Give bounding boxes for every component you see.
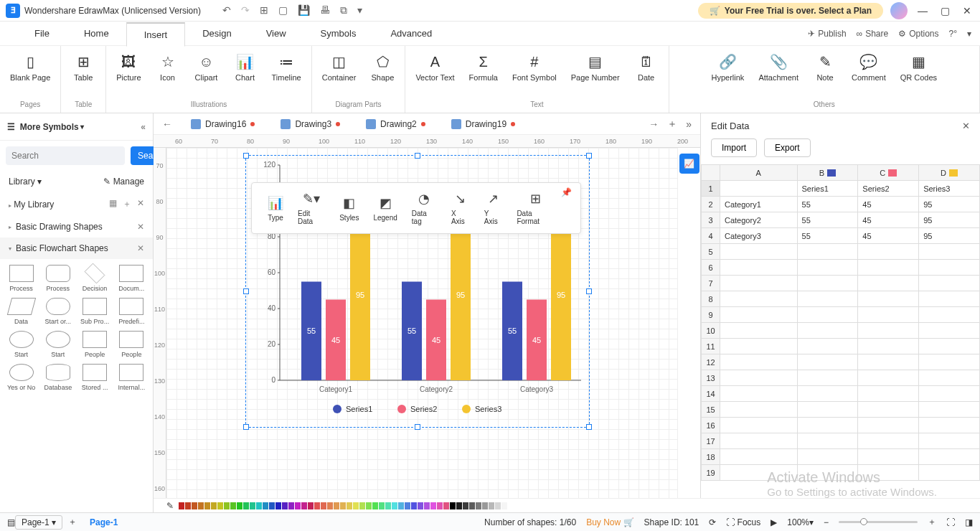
collapse-icon[interactable]: ▾	[967, 29, 971, 39]
export-button[interactable]: Export	[764, 138, 811, 157]
tab-symbols[interactable]: Symbols	[303, 22, 374, 44]
shape-palette-item[interactable]: Process	[42, 265, 73, 292]
redo-icon[interactable]: ↷	[241, 4, 250, 17]
shape-button[interactable]: ⬠Shape	[366, 50, 399, 85]
close-icon[interactable]: ✕	[137, 198, 144, 210]
container-button[interactable]: ◫Container	[318, 50, 361, 85]
panels-icon[interactable]: ◨	[965, 517, 973, 527]
tab-add-icon[interactable]: ＋	[664, 118, 680, 131]
plus-icon[interactable]: ＋	[123, 198, 131, 210]
chart-panel-icon[interactable]: 📈	[679, 154, 699, 174]
tab-advanced[interactable]: Advanced	[373, 22, 449, 44]
zoom-out-icon[interactable]: −	[824, 517, 829, 527]
shape-palette-item[interactable]: Data	[6, 298, 37, 325]
zoom-slider[interactable]	[839, 521, 918, 523]
trial-banner[interactable]: 🛒 Your Free Trial is over. Select a Plan	[698, 3, 883, 19]
page-selector[interactable]: Page-1 ▾	[15, 515, 62, 530]
avatar[interactable]	[890, 2, 908, 19]
comment-button[interactable]: 💬Comment	[847, 50, 890, 85]
tab-next-icon[interactable]: →	[646, 118, 661, 130]
attachment-button[interactable]: 📎Attachment	[754, 50, 803, 85]
page-number-button[interactable]: ▤Page Number	[567, 50, 624, 85]
basic-drawing-item[interactable]: ▸Basic Drawing Shapes✕	[0, 216, 153, 238]
table-button[interactable]: ⊞Table	[67, 50, 100, 85]
blank-page-button[interactable]: ▯Blank Page	[6, 50, 55, 85]
shape-palette-item[interactable]: Docum...	[116, 265, 147, 292]
sidebar-collapse-icon[interactable]: «	[141, 122, 146, 132]
document-tab[interactable]: Drawing2	[353, 113, 438, 134]
dropdown-icon[interactable]: ▾	[357, 4, 362, 17]
options-button[interactable]: ⚙ Options	[898, 29, 938, 39]
open-icon[interactable]: ▢	[278, 4, 288, 17]
sidebar-header[interactable]: ☰ More Symbols▾ «	[0, 113, 153, 141]
fitpage-icon[interactable]: ▶	[771, 517, 777, 527]
chart-editdata-button[interactable]: ✎▾Edit Data	[291, 191, 332, 225]
shape-palette-item[interactable]: Sub Pro...	[80, 298, 110, 325]
tab-design[interactable]: Design	[185, 22, 248, 44]
chart-datatag-button[interactable]: ◔Data tag	[405, 191, 444, 225]
help-icon[interactable]: ?°	[949, 29, 957, 39]
tab-prev-icon[interactable]: ←	[159, 118, 175, 130]
note-button[interactable]: ✎Note	[809, 50, 842, 85]
tab-more-icon[interactable]: »	[683, 118, 694, 130]
chart-styles-button[interactable]: ◧Styles	[332, 195, 366, 222]
shape-palette-item[interactable]: Stored ...	[80, 364, 110, 391]
formula-button[interactable]: ΣFormula	[465, 50, 502, 85]
plus-icon[interactable]: ⊞	[260, 4, 268, 17]
tab-file[interactable]: File	[17, 22, 67, 44]
chart-dataformat-button[interactable]: ⊞Data Format	[509, 191, 561, 225]
chart-button[interactable]: 📊Chart	[229, 50, 262, 85]
canvas[interactable]: 020406080120554595Category1554595Categor…	[166, 148, 677, 512]
chart-legend-button[interactable]: ◩Legend	[366, 195, 404, 222]
shape-palette-item[interactable]: Start	[6, 331, 37, 358]
qr-button[interactable]: ▦QR Codes	[896, 50, 941, 85]
refresh-icon[interactable]: ⟳	[709, 517, 716, 527]
grid-icon[interactable]: ▦	[109, 198, 117, 210]
mylibrary-item[interactable]: My Library	[14, 199, 54, 210]
date-button[interactable]: 🗓Date	[630, 50, 663, 85]
chart-type-button[interactable]: 📊Type	[260, 195, 291, 222]
icon-button[interactable]: ☆Icon	[151, 50, 184, 85]
shape-palette-item[interactable]: Start	[42, 331, 73, 358]
shape-palette-item[interactable]: Internal...	[116, 364, 147, 391]
save-icon[interactable]: 💾	[298, 4, 310, 17]
shape-palette-item[interactable]: People	[116, 331, 147, 358]
buy-now-link[interactable]: Buy Now 🛒	[586, 517, 633, 527]
zoom-in-icon[interactable]: ＋	[928, 516, 936, 528]
tab-view[interactable]: View	[249, 22, 303, 44]
panel-close-icon[interactable]: ✕	[962, 121, 970, 131]
copy-icon[interactable]: ⧉	[340, 4, 347, 17]
pin-icon[interactable]: 📌	[561, 187, 572, 197]
publish-button[interactable]: ✈ Publish	[808, 29, 846, 39]
print-icon[interactable]: 🖶	[320, 4, 330, 17]
shape-palette-item[interactable]: Start or...	[42, 298, 73, 325]
shape-palette-item[interactable]: People	[80, 331, 110, 358]
library-dropdown[interactable]: Library ▾	[9, 177, 42, 187]
zoom-level[interactable]: 100%▾	[787, 517, 814, 527]
maximize-icon[interactable]: ▢	[938, 5, 953, 17]
import-button[interactable]: Import	[711, 138, 757, 157]
add-page-icon[interactable]: ＋	[68, 516, 77, 528]
minimize-icon[interactable]: —	[915, 5, 930, 17]
shape-palette-item[interactable]: Decision	[80, 265, 110, 292]
shape-palette-item[interactable]: Database	[42, 364, 73, 391]
document-tab[interactable]: Drawing3	[268, 113, 353, 134]
data-sheet[interactable]: ABCD1Series1Series2Series32Category15545…	[701, 164, 980, 512]
search-input[interactable]	[6, 146, 125, 165]
undo-icon[interactable]: ↶	[222, 4, 231, 17]
document-tab[interactable]: Drawing16	[178, 113, 268, 134]
shape-palette-item[interactable]: Predefi...	[116, 298, 147, 325]
vector-text-button[interactable]: AVector Text	[411, 50, 458, 85]
chart-xaxis-button[interactable]: ↘X Axis	[444, 191, 477, 225]
hyperlink-button[interactable]: 🔗Hyperlink	[707, 50, 749, 85]
close-icon[interactable]: ✕	[960, 5, 974, 17]
shape-palette-item[interactable]: Process	[6, 265, 37, 292]
picture-button[interactable]: 🖼Picture	[112, 50, 145, 85]
focus-button[interactable]: ⛶ Focus	[726, 517, 760, 527]
fullscreen-icon[interactable]: ⛶	[946, 517, 955, 527]
tab-home[interactable]: Home	[67, 22, 126, 44]
font-symbol-button[interactable]: #Font Symbol	[508, 50, 561, 85]
share-button[interactable]: ∞ Share	[857, 29, 889, 39]
tab-insert[interactable]: Insert	[126, 22, 186, 47]
clipart-button[interactable]: ☺Clipart	[190, 50, 223, 85]
